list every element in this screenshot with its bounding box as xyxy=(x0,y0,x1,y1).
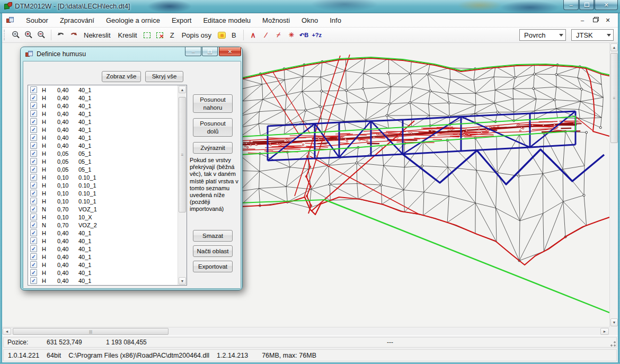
minimize-button[interactable]: – xyxy=(563,0,579,10)
resize-grip-icon[interactable] xyxy=(610,341,616,347)
layer-row[interactable]: ✓H0,4040_1 xyxy=(28,245,178,253)
popis-osy-button[interactable]: Popis osy xyxy=(178,30,215,40)
canvas-hscrollbar[interactable]: ◄ ||| ► xyxy=(2,327,609,335)
layer-checkbox[interactable]: ✓ xyxy=(30,110,37,117)
layer-checkbox[interactable]: ✓ xyxy=(30,237,37,244)
scroll-left-button[interactable]: ◄ xyxy=(3,328,11,335)
layer-checkbox[interactable]: ✓ xyxy=(30,142,37,149)
layer-checkbox[interactable]: ✓ xyxy=(30,253,37,260)
layer-listbox[interactable]: ✓H0,4040_1✓H0,4040_1✓H0,4040_1✓H0,4040_1… xyxy=(28,85,187,286)
rotate-b-tool-icon[interactable]: ↶B xyxy=(298,29,311,41)
layer-checkbox[interactable]: ✓ xyxy=(30,118,37,125)
layer-checkbox[interactable]: ✓ xyxy=(30,221,37,228)
layer-checkbox[interactable]: ✓ xyxy=(30,102,37,109)
slope-tool-icon[interactable]: ∕ xyxy=(260,29,272,41)
layer-row[interactable]: ✓H0,4040_1 xyxy=(28,86,178,94)
layer-row[interactable]: ✓H0,4040_1 xyxy=(28,110,178,118)
layer-row[interactable]: ✓H0,4040_1 xyxy=(28,229,178,237)
layer-checkbox[interactable]: ✓ xyxy=(30,158,37,165)
menu-item-editace-modelu[interactable]: Editace modelu xyxy=(197,13,256,27)
scroll-up-button[interactable]: ▲ xyxy=(179,86,186,93)
scroll-down-button[interactable]: ▼ xyxy=(179,277,186,285)
peak-tool-icon[interactable]: ∧ xyxy=(247,29,260,41)
layer-row[interactable]: ✓N0,70VOZ_1 xyxy=(28,205,178,213)
show-all-button[interactable]: Zobraz vše xyxy=(102,71,141,82)
menu-item-mo-nosti[interactable]: Možnosti xyxy=(256,13,296,27)
layer-row[interactable]: ✓H0,4040_1 xyxy=(28,253,178,261)
z-button[interactable]: Z xyxy=(166,30,178,40)
layer-row[interactable]: ✓N0,70VOZ_2 xyxy=(28,221,178,229)
layer-checkbox[interactable]: ✓ xyxy=(30,245,37,252)
scroll-up-button[interactable]: ▲ xyxy=(610,43,618,51)
maximize-button[interactable] xyxy=(579,0,594,10)
layer-checkbox[interactable]: ✓ xyxy=(30,174,37,181)
redo-icon[interactable] xyxy=(67,29,80,41)
canvas-vscrollbar[interactable]: ▲ ≡ ▼ xyxy=(609,43,618,327)
layer-row[interactable]: ✓H0,4040_1 xyxy=(28,269,178,277)
document-icon[interactable] xyxy=(6,17,14,24)
move-down-button[interactable]: Posunout dolů xyxy=(193,118,233,137)
list-vscrollbar[interactable]: ▲ ≡ ▼ xyxy=(178,85,187,285)
layer-checkbox[interactable]: ✓ xyxy=(30,206,37,212)
menu-item-okno[interactable]: Okno xyxy=(296,13,324,27)
layer-row[interactable]: ✓H0,4040_1 xyxy=(28,237,178,245)
query-z-tool-icon[interactable]: +?z xyxy=(311,29,323,41)
layer-row[interactable]: ✓H0,4040_1 xyxy=(28,94,178,102)
b-button[interactable]: B xyxy=(228,30,240,40)
scroll-down-button[interactable]: ▼ xyxy=(610,318,618,326)
layer-checkbox[interactable]: ✓ xyxy=(30,269,37,276)
menu-item-geologie-a-ornice[interactable]: Geologie a ornice xyxy=(100,13,166,27)
break-point-tool-icon[interactable]: ✳ xyxy=(285,29,298,41)
layer-checkbox[interactable]: ✓ xyxy=(30,277,37,284)
move-up-button[interactable]: Posunout nahoru xyxy=(193,94,233,113)
export-button[interactable]: Exportovat xyxy=(193,261,233,272)
layer-row[interactable]: ✓H0,100.10_1 xyxy=(28,197,178,205)
layer-row[interactable]: ✓H0,4040_1 xyxy=(28,141,178,149)
layer-checkbox[interactable]: ✓ xyxy=(30,190,37,197)
layer-row[interactable]: ✓H0,4040_1 xyxy=(28,126,178,134)
menu-item-export[interactable]: Export xyxy=(166,13,198,27)
surface-select[interactable]: Povrch xyxy=(519,29,566,41)
layer-checkbox[interactable]: ✓ xyxy=(30,214,37,220)
layer-row[interactable]: ✓H0,100.10_1 xyxy=(28,181,178,189)
menu-item-soubor[interactable]: Soubor xyxy=(20,13,54,27)
mdi-close-button[interactable]: ✕ xyxy=(603,16,613,24)
layer-row[interactable]: ✓H0,1010_X xyxy=(28,213,178,221)
layer-row[interactable]: ✓H0,0505_1 xyxy=(28,157,178,165)
layer-checkbox[interactable]: ✓ xyxy=(30,94,37,101)
dialog-titlebar[interactable]: Definice humusu – ✕ xyxy=(21,47,242,61)
layer-row[interactable]: ✓H0,4040_1 xyxy=(28,102,178,110)
cross-line-tool-icon[interactable]: ⌿ xyxy=(272,29,285,41)
scroll-right-button[interactable]: ► xyxy=(600,328,609,335)
close-button[interactable]: ✕ xyxy=(595,0,618,10)
undo-icon[interactable] xyxy=(55,29,67,41)
layer-checkbox[interactable]: ✓ xyxy=(30,126,37,133)
dialog-maximize-button[interactable] xyxy=(202,47,218,56)
dialog-close-button[interactable]: ✕ xyxy=(219,47,241,56)
highlight-button[interactable]: Zvýraznit xyxy=(193,142,233,154)
zoom-in-icon[interactable] xyxy=(22,29,35,41)
zoom-window-icon[interactable] xyxy=(10,29,22,41)
dialog-minimize-button[interactable]: – xyxy=(185,47,201,56)
mdi-restore-button[interactable] xyxy=(590,16,600,24)
nekreslit-button[interactable]: Nekreslit xyxy=(80,30,114,40)
hide-all-button[interactable]: Skryj vše xyxy=(145,71,183,82)
delete-area-icon[interactable]: ✕ xyxy=(154,29,166,41)
layer-checkbox[interactable]: ✓ xyxy=(30,182,37,189)
layer-checkbox[interactable]: ✓ xyxy=(30,166,37,173)
kreslit-button[interactable]: Kreslit xyxy=(114,30,141,40)
zoom-out-icon[interactable] xyxy=(35,29,48,41)
load-area-button[interactable]: Načti oblast xyxy=(193,245,233,257)
highlight-area-icon[interactable] xyxy=(215,29,228,41)
layer-row[interactable]: ✓H0,4040_1 xyxy=(28,261,178,269)
layer-row[interactable]: ✓H0,0505_1 xyxy=(28,165,178,173)
coordinate-system-select[interactable]: JTSK xyxy=(571,29,614,41)
layer-checkbox[interactable]: ✓ xyxy=(30,134,37,141)
select-area-icon[interactable] xyxy=(141,29,154,41)
vscroll-thumb[interactable]: ≡ xyxy=(610,53,618,143)
layer-row[interactable]: ✓H0,4040_1 xyxy=(28,118,178,126)
hscroll-thumb[interactable]: ||| xyxy=(13,328,169,335)
list-scroll-thumb[interactable]: ≡ xyxy=(179,97,186,212)
delete-button[interactable]: Smazat xyxy=(193,230,233,242)
layer-checkbox[interactable]: ✓ xyxy=(30,261,37,268)
